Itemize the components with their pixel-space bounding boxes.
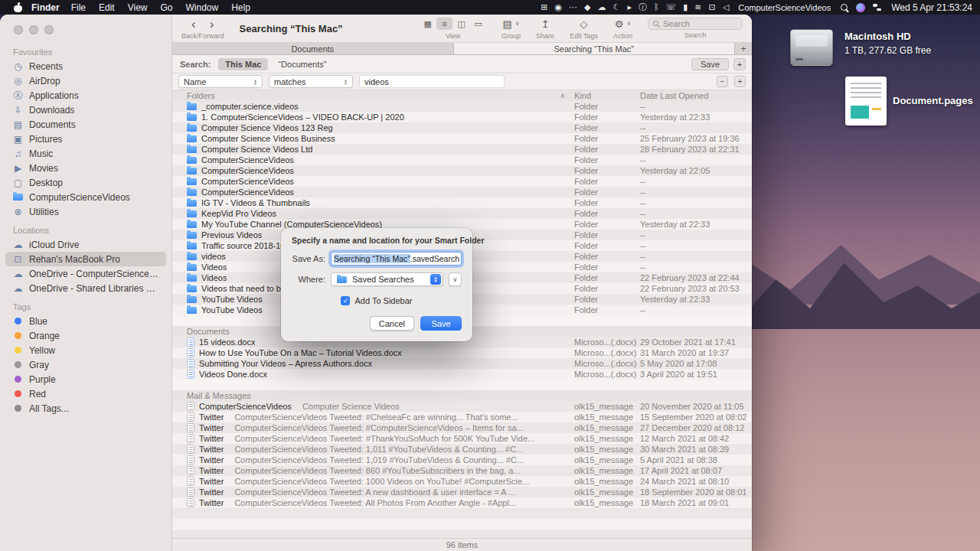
menu-finder[interactable]: Finder (31, 2, 60, 13)
close-button[interactable] (14, 25, 23, 34)
sidebar-item-desktop[interactable]: ▢Desktop (5, 175, 166, 190)
list-row[interactable]: ComputerScienceVideosComputer Science Vi… (172, 401, 752, 412)
share-button[interactable]: ↥ Share (536, 18, 554, 40)
more-options-icon[interactable]: ⋯ (569, 3, 577, 11)
sidebar-item-gray[interactable]: Gray (5, 357, 166, 372)
disclosure-button[interactable]: ∨ (449, 272, 462, 286)
tab-searching-this-mac[interactable]: Searching “This Mac” (454, 43, 736, 54)
sidebar-item-rehan-s-macbook-pro[interactable]: ⊡Rehan's MacBook Pro (5, 252, 166, 266)
list-row[interactable]: TwitterComputerScienceVideos Tweeted: #C… (172, 412, 752, 422)
do-not-disturb-icon[interactable]: ☾ (613, 3, 621, 11)
sidebar-item-purple[interactable]: Purple (5, 372, 166, 386)
menu-window[interactable]: Window (186, 2, 219, 13)
column-view-icon[interactable]: ◫ (453, 18, 469, 30)
list-row[interactable]: Videos Done.docxMicroso...(.docx)3 April… (172, 369, 752, 380)
spotlight-icon[interactable] (840, 3, 849, 12)
tab-documents[interactable]: Documents (172, 43, 454, 54)
edit-tags-button[interactable]: ◇ Edit Tags (570, 18, 598, 40)
sidebar-item-pictures[interactable]: ▣Pictures (5, 132, 166, 146)
list-row[interactable]: ComputerScienceVideosFolder-- (172, 187, 752, 197)
add-criterion-button[interactable]: + (734, 76, 746, 87)
sidebar-item-onedrive-shared-libraries-comp[interactable]: ☁OneDrive - Shared Libraries – Comp... (5, 281, 166, 295)
list-row[interactable]: TwitterComputerScienceVideos Tweeted: 1,… (172, 444, 752, 455)
menu-view[interactable]: View (128, 2, 148, 13)
forward-button[interactable]: › (204, 18, 220, 31)
collapse-chevron-icon[interactable]: ∧ (560, 92, 565, 99)
minimize-button[interactable] (29, 25, 38, 34)
app-status-icon[interactable]: ◆ (584, 3, 590, 11)
sidebar-item-orange[interactable]: Orange (5, 328, 166, 343)
group-button[interactable]: ▤ ∨ Group (501, 18, 521, 40)
where-popup[interactable]: Saved Searches ▲▼ (331, 272, 443, 286)
list-row[interactable]: ComputerScienceVideosFolder-- (172, 176, 752, 187)
sidebar-item-recents[interactable]: ◷Recents (5, 59, 166, 73)
list-row[interactable]: TwitterComputerScienceVideos Tweeted: 86… (172, 465, 752, 476)
sidebar-item-music[interactable]: ♫Music (5, 146, 166, 161)
zoom-button[interactable] (44, 25, 54, 34)
menu-go[interactable]: Go (161, 2, 173, 13)
list-row[interactable]: ComputerScienceVideosFolderYesterday at … (172, 165, 752, 176)
list-row[interactable]: 1. ComputerScienceVideos – VIDEO BACK-UP… (172, 112, 752, 122)
save-search-button[interactable]: Save (691, 58, 729, 70)
screen-record-icon[interactable]: ▸ (627, 3, 632, 11)
menubar-clock[interactable]: Wed 5 Apr 21:53:24 (891, 2, 972, 13)
list-row[interactable]: Submitting Your Videos – Apress Authors.… (172, 358, 752, 369)
list-row[interactable]: TwitterComputerScienceVideos Tweeted: 10… (172, 476, 752, 487)
camera-icon[interactable]: ◉ (554, 3, 562, 11)
menubar-status-text[interactable]: ComputerScienceVideos (738, 3, 831, 12)
list-row[interactable]: TwitterComputerScienceVideos Tweeted: Al… (172, 497, 752, 508)
info-icon[interactable]: ⓘ (639, 3, 647, 11)
sidebar-item-all-tags[interactable]: All Tags... (5, 401, 166, 416)
wifi-icon[interactable]: ≋ (694, 3, 701, 11)
bluetooth-icon[interactable]: ᛒ (654, 3, 659, 11)
sidebar-item-movies[interactable]: ▶Movies (5, 161, 166, 175)
menu-file[interactable]: File (71, 2, 86, 13)
filter-value-input[interactable]: videos (359, 75, 505, 88)
remove-criterion-button[interactable]: − (717, 76, 728, 87)
sidebar-item-yellow[interactable]: Yellow (5, 343, 166, 357)
battery-icon[interactable]: ▮ (683, 3, 688, 11)
sidebar-item-computersciencevideos[interactable]: ComputerScienceVideos (5, 190, 166, 204)
save-button[interactable]: Save (420, 316, 462, 331)
list-row[interactable]: Computer Science Videos BusinessFolder25… (172, 133, 752, 144)
apple-menu-icon[interactable] (14, 2, 22, 13)
back-button[interactable]: ‹ (186, 18, 201, 31)
add-to-sidebar-checkbox[interactable]: ✓ (341, 296, 350, 305)
sidebar-item-documents[interactable]: ▤Documents (5, 117, 166, 132)
sidebar-item-utilities[interactable]: ⊗Utilities (5, 204, 166, 219)
list-row[interactable]: IG TV - Videos & ThumbnailsFolder-- (172, 197, 752, 208)
list-row[interactable]: Computer Science Videos LtdFolder28 Febr… (172, 144, 752, 155)
display-icon[interactable]: ⊡ (709, 3, 716, 11)
sidebar-item-onedrive-computersciencevideos[interactable]: ☁OneDrive - ComputerScienceVideos (5, 266, 166, 281)
volume-icon[interactable]: ◁ (723, 3, 729, 11)
menu-edit[interactable]: Edit (99, 2, 115, 13)
menu-help[interactable]: Help (231, 2, 250, 13)
desktop-item-macintosh-hd[interactable]: Macintosh HD 1 TB, 277.62 GB free (790, 29, 931, 66)
list-row[interactable]: TwitterComputerScienceVideos Tweeted: #C… (172, 422, 752, 433)
filter-operator-select[interactable]: matches ▲▼ (269, 75, 353, 88)
list-row[interactable]: TwitterComputerScienceVideos Tweeted: #T… (172, 433, 752, 444)
list-row[interactable]: TwitterComputerScienceVideos Tweeted: 1,… (172, 455, 752, 465)
filename-input[interactable]: Searching “This Mac” .savedSearch (331, 252, 462, 266)
list-row[interactable]: _computer.science.videosFolder-- (172, 101, 752, 112)
gallery-view-icon[interactable]: ▭ (470, 18, 486, 30)
siri-icon[interactable] (856, 3, 865, 12)
cloud-sync-icon[interactable]: ☁ (598, 3, 606, 11)
list-view-icon[interactable]: ≡ (436, 18, 452, 30)
sidebar-item-blue[interactable]: Blue (5, 314, 166, 328)
list-row[interactable]: KeepVid Pro VideosFolder-- (172, 208, 752, 219)
toolbar-search-field[interactable]: Search (648, 18, 743, 30)
sidebar-item-downloads[interactable]: ⇩Downloads (5, 103, 166, 117)
sidebar-item-applications[interactable]: ⒶApplications (5, 88, 166, 103)
control-center-icon[interactable] (872, 2, 882, 12)
cancel-button[interactable]: Cancel (370, 316, 414, 331)
list-row[interactable]: How to Use YouTube On a Mac – Tutorial V… (172, 347, 752, 358)
sidebar-item-icloud-drive[interactable]: ☁iCloud Drive (5, 237, 166, 252)
list-row[interactable]: TwitterComputerScienceVideos Tweeted: A … (172, 487, 752, 497)
icon-view-icon[interactable]: ▦ (420, 18, 436, 30)
add-scope-button[interactable]: + (733, 58, 746, 70)
sidebar-item-airdrop[interactable]: ◎AirDrop (5, 73, 166, 88)
action-button[interactable]: ⚙ ∨ Action (613, 18, 632, 40)
scope-documents[interactable]: “Documents” (271, 58, 333, 70)
list-row[interactable]: Computer Science Videos 123 RegFolder-- (172, 122, 752, 133)
